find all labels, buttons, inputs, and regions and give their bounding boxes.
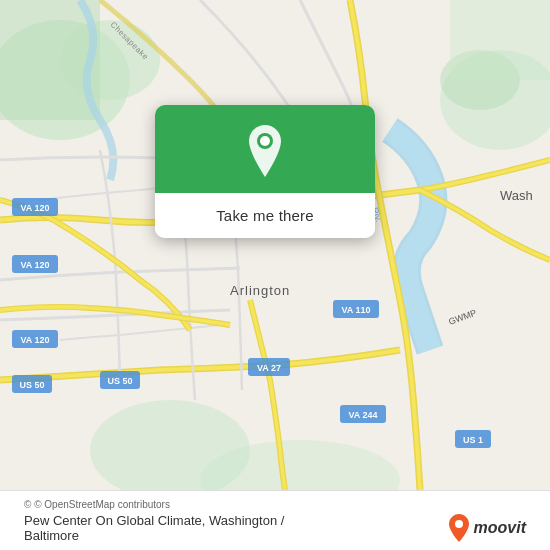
moovit-logo: moovit bbox=[448, 514, 526, 542]
location-title: Pew Center On Global Climate, Washington… bbox=[24, 513, 284, 543]
svg-text:VA 27: VA 27 bbox=[257, 363, 281, 373]
svg-text:VA 110: VA 110 bbox=[341, 305, 370, 315]
title-logo-row: Pew Center On Global Climate, Washington… bbox=[24, 513, 526, 543]
svg-point-33 bbox=[260, 136, 270, 146]
svg-text:VA 120: VA 120 bbox=[20, 260, 49, 270]
openstreetmap-credit: © OpenStreetMap contributors bbox=[34, 499, 170, 510]
popup-card: Take me there bbox=[155, 105, 375, 238]
svg-text:Arlington: Arlington bbox=[230, 283, 290, 298]
svg-text:VA 120: VA 120 bbox=[20, 203, 49, 213]
svg-text:US 1: US 1 bbox=[463, 435, 483, 445]
svg-text:VA 244: VA 244 bbox=[348, 410, 377, 420]
openstreetmap-icon: © bbox=[24, 499, 31, 510]
svg-text:US 50: US 50 bbox=[19, 380, 44, 390]
location-pin-icon bbox=[243, 125, 287, 177]
take-me-there-button[interactable]: Take me there bbox=[155, 193, 375, 238]
bottom-content: © © OpenStreetMap contributors Pew Cente… bbox=[12, 491, 538, 551]
svg-rect-6 bbox=[450, 0, 550, 80]
credit-line: © © OpenStreetMap contributors bbox=[24, 499, 526, 510]
popup-header bbox=[155, 105, 375, 193]
svg-rect-3 bbox=[0, 0, 100, 120]
moovit-text: moovit bbox=[474, 519, 526, 537]
svg-point-34 bbox=[455, 520, 463, 528]
bottom-bar: © © OpenStreetMap contributors Pew Cente… bbox=[0, 490, 550, 550]
location-title-sub: Baltimore bbox=[24, 528, 79, 543]
moovit-pin-icon bbox=[448, 514, 470, 542]
map-container: VA 120 VA 120 VA 120 VA 110 VA 27 US 50 … bbox=[0, 0, 550, 490]
location-title-main: Pew Center On Global Climate, Washington… bbox=[24, 513, 284, 528]
svg-text:VA 120: VA 120 bbox=[20, 335, 49, 345]
svg-text:US 50: US 50 bbox=[107, 376, 132, 386]
svg-text:Wash: Wash bbox=[500, 188, 533, 203]
